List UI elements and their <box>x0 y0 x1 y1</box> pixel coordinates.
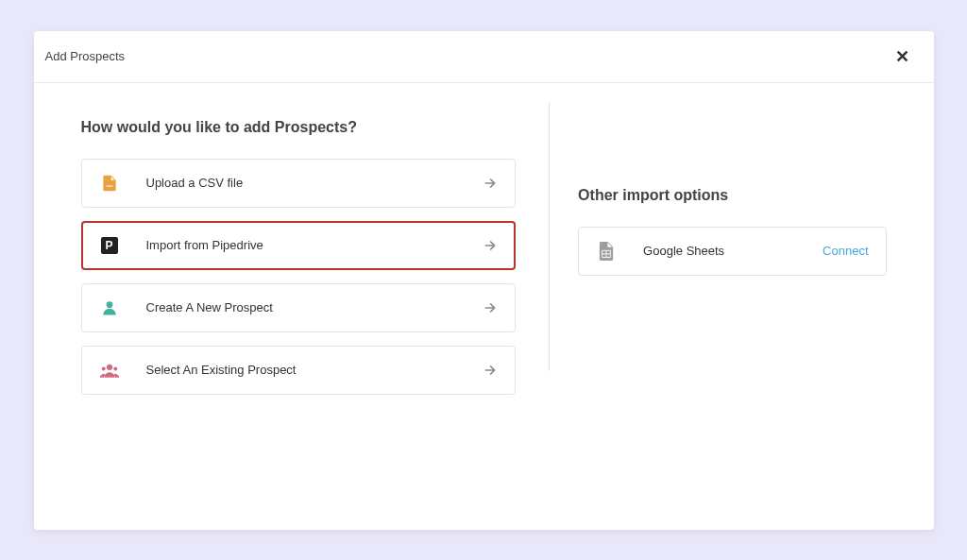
arrow-right-icon <box>483 176 498 191</box>
arrow-right-icon <box>483 363 498 378</box>
svg-point-5 <box>113 366 117 370</box>
right-heading: Other import options <box>578 187 886 204</box>
arrow-right-icon <box>483 300 498 315</box>
pipedrive-icon: P <box>99 235 120 256</box>
modal-body: How would you like to add Prospects? csv… <box>34 83 934 530</box>
add-prospects-modal: Add Prospects ✕ How would you like to ad… <box>34 31 934 530</box>
column-divider <box>549 102 550 371</box>
left-column: How would you like to add Prospects? csv… <box>81 102 517 501</box>
google-sheets-icon <box>596 241 617 262</box>
option-label: Import from Pipedrive <box>146 238 484 252</box>
svg-text:csv: csv <box>106 182 113 187</box>
svg-point-2 <box>106 301 112 308</box>
left-heading: How would you like to add Prospects? <box>81 119 517 136</box>
option-label: Create A New Prospect <box>146 300 484 314</box>
user-icon <box>99 297 120 318</box>
option-label: Google Sheets <box>643 244 823 258</box>
connect-link[interactable]: Connect <box>823 244 868 258</box>
svg-point-4 <box>101 366 105 370</box>
close-button[interactable]: ✕ <box>890 46 915 67</box>
right-column: Other import options Google Sheets Conne… <box>578 102 886 501</box>
csv-file-icon: csv <box>99 173 120 194</box>
modal-header: Add Prospects ✕ <box>34 31 934 83</box>
arrow-right-icon <box>483 238 498 253</box>
option-label: Select An Existing Prospect <box>146 363 484 377</box>
option-google-sheets: Google Sheets Connect <box>578 227 886 276</box>
svg-point-3 <box>106 364 111 369</box>
option-label: Upload a CSV file <box>146 176 484 190</box>
users-icon <box>99 360 120 381</box>
option-import-pipedrive[interactable]: P Import from Pipedrive <box>81 221 517 270</box>
modal-title: Add Prospects <box>45 49 126 63</box>
option-upload-csv[interactable]: csv Upload a CSV file <box>81 159 517 208</box>
option-create-new-prospect[interactable]: Create A New Prospect <box>81 283 517 332</box>
option-select-existing-prospect[interactable]: Select An Existing Prospect <box>81 346 517 395</box>
